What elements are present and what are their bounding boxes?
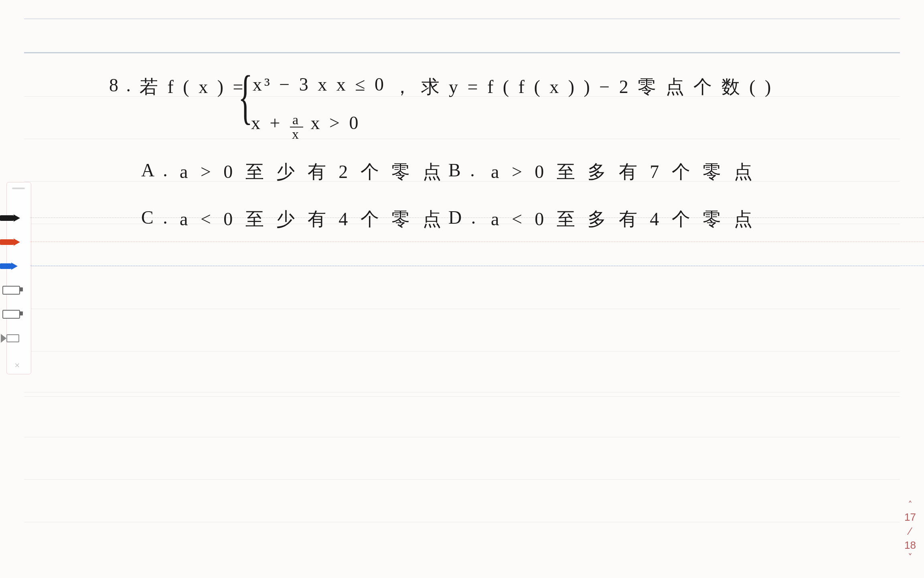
- case2-left: x +: [251, 113, 282, 133]
- case-2: x + a x x > 0: [251, 111, 361, 139]
- option-C-text: a < 0 至 少 有 4 个 零 点: [180, 207, 445, 232]
- black-guide: [30, 217, 924, 218]
- fraction: a x: [290, 113, 304, 141]
- page-down-button[interactable]: ˅: [908, 553, 912, 562]
- pen-toolbar: ×: [0, 182, 31, 374]
- red-guide: [30, 241, 924, 242]
- black-pen-tool[interactable]: [0, 213, 20, 223]
- option-A-label: A .: [141, 160, 170, 181]
- blue-guide: [30, 265, 924, 266]
- option-B-text: a > 0 至 多 有 7 个 零 点: [491, 160, 756, 184]
- problem-number: 8 .: [109, 75, 132, 96]
- toolbar-tray: [6, 182, 31, 374]
- marker-tool[interactable]: [1, 333, 19, 343]
- page-sep: ⁄: [909, 525, 911, 538]
- close-icon[interactable]: ×: [14, 360, 20, 371]
- fraction-numerator: a: [290, 113, 303, 127]
- grip-icon[interactable]: [12, 188, 25, 189]
- page-up-button[interactable]: ˄: [908, 501, 912, 509]
- page-total: 18: [904, 539, 916, 552]
- case-1: x³ − 3 x x ≤ 0: [253, 74, 386, 95]
- red-pen-tool[interactable]: [0, 237, 20, 247]
- blue-pen-tool[interactable]: [0, 261, 18, 271]
- eraser-tool[interactable]: [2, 285, 20, 295]
- case2-right: x > 0: [310, 113, 361, 133]
- option-A-text: a > 0 至 少 有 2 个 零 点: [180, 160, 445, 184]
- brace-icon: {: [238, 67, 253, 127]
- page: 8 . 若 f ( x ) = { x³ − 3 x x ≤ 0 x + a x…: [0, 0, 924, 578]
- page-current: 17: [904, 511, 916, 523]
- option-D-text: a < 0 至 多 有 4 个 零 点: [491, 207, 756, 232]
- page-navigator: ˄ 17 ⁄ 18 ˅: [904, 501, 916, 562]
- problem-tail: ， 求 y = f ( f ( x ) ) − 2 零 点 个 数 ( ): [393, 75, 773, 99]
- problem-prefix: 若 f ( x ) =: [140, 75, 245, 99]
- eraser-alt-tool[interactable]: [2, 309, 20, 319]
- fraction-denominator: x: [290, 127, 304, 141]
- option-B-label: B .: [448, 160, 477, 181]
